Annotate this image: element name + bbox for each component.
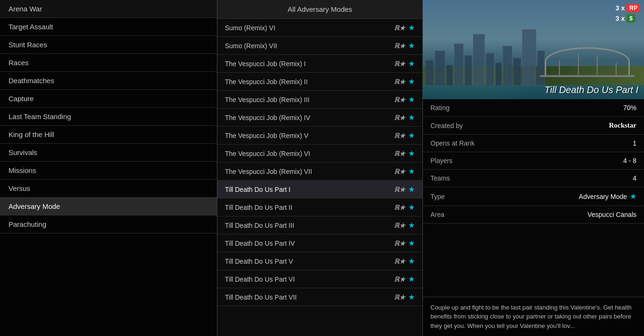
modes-list-header: All Adversary Modes <box>217 0 422 19</box>
list-item-icons: ℝ★★ <box>394 77 415 86</box>
rockstar-icon: ℝ★ <box>394 60 405 68</box>
rockstar-icon: ℝ★ <box>394 78 405 86</box>
list-item-icons: ℝ★★ <box>394 293 415 302</box>
list-item-name: The Vespucci Job (Remix) II <box>225 78 308 86</box>
list-item-icons: ℝ★★ <box>394 41 415 50</box>
info-table: Rating 70% Created by Rockstar Opens at … <box>423 99 644 297</box>
detail-panel: 3 x RP 3 x $ Till Death Do Us Part I Rat… <box>423 0 644 336</box>
description-box: Couple up and fight to be the last pair … <box>423 297 644 336</box>
rockstar-icon: ℝ★ <box>394 132 405 139</box>
favorite-star-icon: ★ <box>408 167 415 176</box>
list-item-name: Till Death Do Us Part I <box>225 186 291 193</box>
list-item-name: The Vespucci Job (Remix) VI <box>225 150 310 157</box>
list-item-till-death-5[interactable]: Till Death Do Us Part Vℝ★★ <box>217 252 422 270</box>
rockstar-icon: ℝ★ <box>394 186 405 193</box>
money-label: $ <box>627 14 635 23</box>
rockstar-icon: ℝ★ <box>394 276 405 283</box>
list-item-sumo-remix-6[interactable]: Sumo (Remix) VIℝ★★ <box>217 19 422 37</box>
list-item-till-death-7[interactable]: Till Death Do Us Part VIIℝ★★ <box>217 288 422 306</box>
area-row: Area Vespucci Canals <box>423 206 644 224</box>
rockstar-icon: ℝ★ <box>394 222 405 229</box>
rockstar-icon: ℝ★ <box>394 258 405 265</box>
players-row: Players 4 - 8 <box>423 152 644 170</box>
list-item-till-death-6[interactable]: Till Death Do Us Part VIℝ★★ <box>217 270 422 288</box>
rockstar-icon: ℝ★ <box>394 150 405 157</box>
favorite-star-icon: ★ <box>408 59 415 68</box>
money-bonus-badge: 3 x $ <box>616 14 640 23</box>
type-star-icon: ★ <box>630 192 636 201</box>
list-item-till-death-4[interactable]: Till Death Do Us Part IVℝ★★ <box>217 234 422 252</box>
sidebar-item-versus[interactable]: Versus <box>0 180 217 198</box>
sidebar-item-arena-war[interactable]: Arena War <box>0 0 217 18</box>
list-item-vespucci-remix-5[interactable]: The Vespucci Job (Remix) Vℝ★★ <box>217 127 422 145</box>
list-item-icons: ℝ★★ <box>394 59 415 68</box>
list-item-vespucci-remix-7[interactable]: The Vespucci Job (Remix) VIIℝ★★ <box>217 163 422 181</box>
list-item-sumo-remix-7[interactable]: Sumo (Remix) VIIℝ★★ <box>217 37 422 55</box>
list-item-till-death-1[interactable]: Till Death Do Us Part Iℝ★★ <box>217 181 422 198</box>
rockstar-icon: ℝ★ <box>394 168 405 175</box>
rp-bonus-badge: 3 x RP <box>616 4 640 12</box>
opens-at-rank-row: Opens at Rank 1 <box>423 135 644 152</box>
favorite-star-icon: ★ <box>408 221 415 230</box>
sidebar-item-races[interactable]: Races <box>0 54 217 72</box>
list-item-icons: ℝ★★ <box>394 95 415 104</box>
opens-at-rank-value: 1 <box>633 139 636 147</box>
list-item-vespucci-remix-3[interactable]: The Vespucci Job (Remix) IIIℝ★★ <box>217 91 422 109</box>
rp-multiplier: 3 x <box>616 4 625 12</box>
preview-title: Till Death Do Us Part I <box>544 85 638 95</box>
favorite-star-icon: ★ <box>408 131 415 140</box>
favorite-star-icon: ★ <box>408 275 415 284</box>
rockstar-icon: ℝ★ <box>394 96 405 103</box>
list-item-name: Till Death Do Us Part II <box>225 204 292 211</box>
created-by-label: Created by <box>430 122 463 129</box>
teams-label: Teams <box>430 174 450 182</box>
preview-image: 3 x RP 3 x $ Till Death Do Us Part I <box>423 0 644 99</box>
type-row: Type Adversary Mode ★ <box>423 187 644 206</box>
list-item-icons: ℝ★★ <box>394 131 415 140</box>
list-item-name: Till Death Do Us Part VII <box>225 293 297 301</box>
favorite-star-icon: ★ <box>408 95 415 104</box>
rockstar-icon: ℝ★ <box>394 24 405 32</box>
sidebar-item-adversary-mode[interactable]: Adversary Mode <box>0 198 217 215</box>
sidebar-item-stunt-races[interactable]: Stunt Races <box>0 36 217 54</box>
sidebar-item-missions[interactable]: Missions <box>0 162 217 180</box>
rating-row: Rating 70% <box>423 99 644 117</box>
sidebar-item-parachuting[interactable]: Parachuting <box>0 215 217 233</box>
list-item-vespucci-remix-4[interactable]: The Vespucci Job (Remix) IVℝ★★ <box>217 109 422 127</box>
created-by-value: Rockstar <box>609 121 636 129</box>
list-item-name: The Vespucci Job (Remix) I <box>225 60 306 68</box>
list-item-till-death-2[interactable]: Till Death Do Us Part IIℝ★★ <box>217 198 422 216</box>
rockstar-icon: ℝ★ <box>394 240 405 247</box>
teams-value: 4 <box>633 174 636 182</box>
rockstar-icon: ℝ★ <box>394 204 405 211</box>
sidebar-item-target-assault[interactable]: Target Assault <box>0 18 217 36</box>
favorite-star-icon: ★ <box>408 257 415 266</box>
sidebar-item-deathmatches[interactable]: Deathmatches <box>0 72 217 90</box>
list-item-name: Sumo (Remix) VII <box>225 42 277 50</box>
list-item-icons: ℝ★★ <box>394 23 415 32</box>
list-item-till-death-3[interactable]: Till Death Do Us Part IIIℝ★★ <box>217 216 422 234</box>
sidebar-item-survivals[interactable]: Survivals <box>0 144 217 162</box>
sidebar-item-last-team-standing[interactable]: Last Team Standing <box>0 108 217 126</box>
bridge-decoration <box>540 47 635 85</box>
list-item-vespucci-remix-1[interactable]: The Vespucci Job (Remix) Iℝ★★ <box>217 55 422 73</box>
rockstar-icon: ℝ★ <box>394 293 405 301</box>
players-value: 4 - 8 <box>623 157 636 164</box>
list-item-icons: ℝ★★ <box>394 221 415 230</box>
list-item-icons: ℝ★★ <box>394 185 415 194</box>
favorite-star-icon: ★ <box>408 23 415 32</box>
rating-value: 70% <box>623 104 636 112</box>
sidebar-item-capture[interactable]: Capture <box>0 90 217 108</box>
area-label: Area <box>430 211 445 218</box>
area-value: Vespucci Canals <box>587 211 636 218</box>
favorite-star-icon: ★ <box>408 203 415 212</box>
list-item-name: The Vespucci Job (Remix) III <box>225 96 309 103</box>
category-panel: Arena WarTarget AssaultStunt RacesRacesD… <box>0 0 217 336</box>
list-item-vespucci-remix-6[interactable]: The Vespucci Job (Remix) VIℝ★★ <box>217 145 422 163</box>
list-item-icons: ℝ★★ <box>394 275 415 284</box>
sidebar-item-king-of-the-hill[interactable]: King of the Hill <box>0 126 217 144</box>
list-item-vespucci-remix-2[interactable]: The Vespucci Job (Remix) IIℝ★★ <box>217 73 422 91</box>
list-item-name: Till Death Do Us Part IV <box>225 240 295 247</box>
list-item-name: The Vespucci Job (Remix) VII <box>225 168 312 175</box>
list-item-name: The Vespucci Job (Remix) V <box>225 132 309 139</box>
